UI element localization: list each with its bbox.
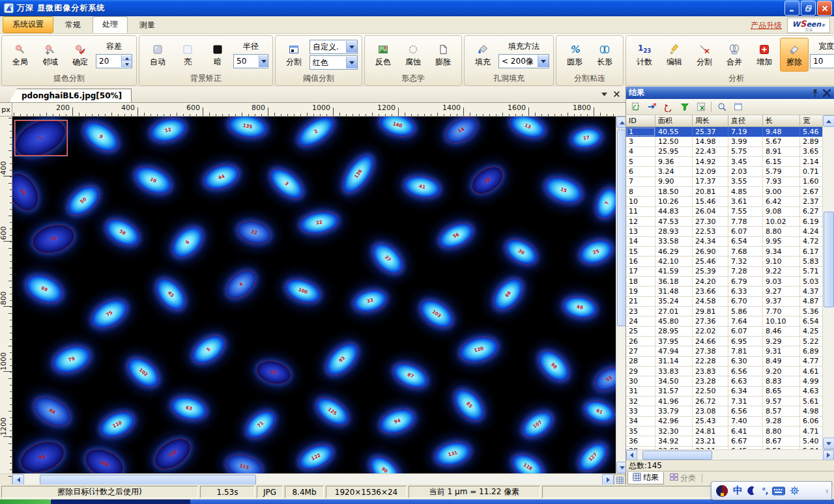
table-row[interactable]: 3034.5023.286.638.834.991 xyxy=(626,376,822,386)
cell-object[interactable]: 131 xyxy=(431,438,474,470)
cell-object[interactable]: 30 xyxy=(500,234,542,270)
cell-object[interactable]: 61 xyxy=(581,396,616,427)
cell-object[interactable]: 87 xyxy=(389,357,433,393)
table-row[interactable]: 1931.4823.666.339.274.372 xyxy=(626,287,822,296)
fill-method-combo[interactable]: < 200像 xyxy=(498,54,549,68)
edit-button[interactable]: 编辑 xyxy=(660,38,689,72)
threshold-color-combo[interactable]: 红色 xyxy=(309,55,358,70)
column-header-周长[interactable]: 周长 xyxy=(693,115,728,127)
cell-object[interactable]: 100 xyxy=(281,274,324,308)
cell-object[interactable]: 9 xyxy=(78,117,125,158)
table-row[interactable]: 2637.9524.666.959.295.221 xyxy=(626,337,822,346)
auto-button[interactable]: 自动 xyxy=(143,38,172,72)
tab-classify[interactable]: 分类 xyxy=(665,472,700,484)
cell-object[interactable]: 115 xyxy=(223,451,265,473)
cell-object[interactable]: 135 xyxy=(225,117,269,141)
table-row[interactable]: 2445.8027.367.6410.106.541 xyxy=(626,316,822,326)
tolerance-spinner[interactable]: 20 xyxy=(96,54,132,68)
document-tab[interactable]: pdonghaiBL6.jpg[50%] xyxy=(9,89,132,102)
close-icon[interactable] xyxy=(822,89,831,98)
cell-object[interactable]: 15 xyxy=(540,172,586,209)
column-header-长[interactable]: 长 xyxy=(763,115,800,127)
table-row[interactable]: 1642.1025.467.329.105.831 xyxy=(626,257,822,266)
column-header-宽[interactable]: 宽 xyxy=(800,115,822,127)
invert-button[interactable]: 反色 xyxy=(369,38,397,72)
tab-process[interactable]: 处理 xyxy=(93,16,128,33)
cell-object[interactable]: 102 xyxy=(121,352,165,394)
cell-object[interactable]: 41 xyxy=(401,173,442,201)
table-row[interactable]: 3634.9223.216.678.675.401 xyxy=(626,436,822,446)
tab-system-settings[interactable]: 系统设置 xyxy=(3,16,53,33)
cell-object[interactable]: 14 xyxy=(440,117,482,148)
ime-collapse-arrow[interactable]: ‹ xyxy=(826,486,829,496)
cell-object[interactable]: 125 xyxy=(310,391,354,431)
table-row[interactable]: 3131.5722.506.348.654.631 xyxy=(626,387,822,397)
table-row[interactable]: 2327.0129.815.867.705.361 xyxy=(626,307,822,316)
cell-object[interactable]: 48 xyxy=(560,294,599,322)
split-button[interactable]: 分割 xyxy=(690,38,719,72)
close-button[interactable] xyxy=(817,1,832,16)
table-row[interactable]: 3442.9625.437.409.286.061 xyxy=(626,417,822,427)
scroll-thumb[interactable] xyxy=(40,475,256,485)
toolbar-filter-icon[interactable] xyxy=(677,100,692,114)
scroll-thumb[interactable] xyxy=(824,212,834,307)
table-row[interactable]: 1010.2615.463.616.422.372 xyxy=(626,197,822,206)
table-row[interactable]: 1836.1824.206.799.035.031 xyxy=(626,277,822,287)
toolbar-export-excel-icon[interactable] xyxy=(693,100,708,114)
cell-object[interactable]: 22 xyxy=(298,208,341,237)
fill-button[interactable]: 填充 xyxy=(468,38,497,72)
cell-object[interactable]: 35 xyxy=(12,168,45,217)
toolbar-search-icon[interactable] xyxy=(714,100,729,114)
cell-object[interactable]: 17 xyxy=(569,125,605,151)
table-row[interactable]: 2831.1422.286.308.494.771 xyxy=(626,357,822,367)
cell-object[interactable]: 37 xyxy=(366,237,409,280)
tab-general[interactable]: 常规 xyxy=(56,18,90,33)
cell-object[interactable]: 2 xyxy=(292,117,340,153)
cell-object[interactable]: 7 xyxy=(591,184,616,223)
cell-object[interactable]: 58 xyxy=(100,213,145,252)
table-row[interactable]: 818.5020.814.859.002.673 xyxy=(626,187,822,197)
cell-object[interactable]: 136 xyxy=(336,149,381,199)
table-row[interactable]: 1546.2926.907.689.346.171 xyxy=(626,247,822,257)
cell-object[interactable]: 122 xyxy=(295,439,338,473)
table-row[interactable]: 2135.2424.586.709.374.871 xyxy=(626,297,822,307)
product-upgrade-link[interactable]: 产品升级 xyxy=(751,20,782,31)
cell-object[interactable]: 107 xyxy=(517,406,558,444)
scroll-down-button[interactable] xyxy=(823,438,834,449)
cell-object[interactable]: 75 xyxy=(86,293,134,335)
selection-rectangle[interactable] xyxy=(15,120,67,156)
erase-width-combo[interactable]: 10 xyxy=(810,54,834,68)
table-row[interactable]: 140.5525.377.199.485.461 xyxy=(626,127,822,137)
cell-object[interactable]: 93 xyxy=(319,337,364,382)
ime-chinese-mode[interactable]: 中 xyxy=(733,484,743,497)
cell-object[interactable]: 110 xyxy=(95,406,139,443)
cell-object[interactable]: 85 xyxy=(448,383,491,427)
cell-object[interactable]: 140 xyxy=(377,117,419,141)
column-header-ID[interactable]: ID xyxy=(626,115,655,127)
global-button[interactable]: 全局 xyxy=(6,38,35,72)
tab-measure[interactable]: 测量 xyxy=(130,18,164,33)
cell-object[interactable]: 98 xyxy=(532,344,575,387)
microscopy-image[interactable]: 1912135214014131735501044313641291577658… xyxy=(12,117,616,473)
column-header-直径[interactable]: 直径 xyxy=(728,115,763,127)
bright-button[interactable]: 亮 xyxy=(173,38,202,72)
start-button-edge[interactable] xyxy=(0,499,51,504)
threshold-segment-button[interactable]: 分割 xyxy=(280,38,308,72)
table-row[interactable]: 3241.9626.727.319.575.611 xyxy=(626,397,822,406)
table-row[interactable]: 59.3614.923.456.152.142 xyxy=(626,157,822,167)
cell-object[interactable]: 10 xyxy=(130,161,177,201)
dilate-button[interactable]: 膨胀 xyxy=(429,38,457,72)
cell-object[interactable]: 71 xyxy=(240,405,281,445)
table-row[interactable]: 2933.8323.836.569.204.612 xyxy=(626,367,822,376)
cell-object[interactable]: 45 xyxy=(150,272,192,316)
cell-object[interactable]: 32 xyxy=(235,217,274,248)
merge-button[interactable]: 合并 xyxy=(720,38,749,72)
table-row[interactable]: 312.5014.983.995.672.891 xyxy=(626,137,822,147)
scroll-right-button[interactable] xyxy=(823,450,834,460)
erase-button[interactable]: 擦除 xyxy=(780,38,809,72)
moon-icon[interactable] xyxy=(747,486,757,496)
cell-object[interactable]: 66 xyxy=(487,272,530,316)
radius-combo[interactable]: 50 xyxy=(233,54,268,68)
cell-object[interactable]: 69 xyxy=(20,269,68,309)
add-button[interactable]: 增加 xyxy=(750,38,779,72)
